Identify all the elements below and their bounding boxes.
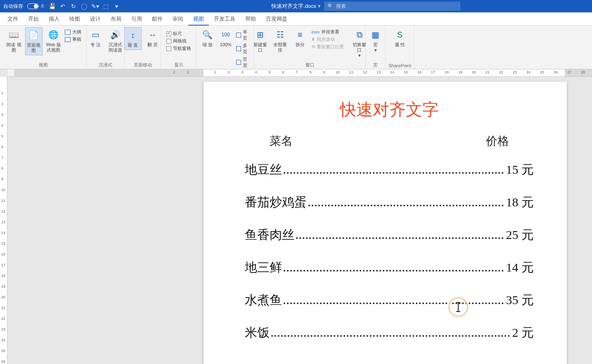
tab-绘图[interactable]: 绘图: [64, 12, 85, 26]
dish-price: 25 元: [506, 227, 534, 243]
autosave-toggle[interactable]: [27, 3, 39, 9]
touch-icon[interactable]: ⬚: [102, 3, 109, 9]
tab-开始[interactable]: 开始: [23, 12, 44, 26]
search-icon: 🔍: [327, 3, 334, 9]
tab-审阅[interactable]: 审阅: [168, 12, 188, 26]
group-label: 窗口: [305, 61, 315, 68]
dish-name: 水煮鱼: [245, 292, 282, 309]
zoom-100-button[interactable]: 100100%: [218, 27, 233, 49]
dish-price: 15 元: [506, 161, 534, 178]
document-area: 2112345678910111213141516171819202122232…: [7, 69, 592, 364]
menu-row: 鱼香肉丝 25 元: [245, 227, 534, 243]
sync-icon[interactable]: ◯: [81, 3, 88, 9]
dish-name: 地三鲜: [245, 259, 282, 276]
tab-布局[interactable]: 布局: [106, 12, 126, 26]
properties-button[interactable]: S属 性: [391, 27, 409, 49]
tab-插入[interactable]: 插入: [44, 12, 64, 26]
leader-dots: [284, 270, 504, 272]
tab-设计[interactable]: 设计: [85, 12, 106, 26]
tab-百度网盘[interactable]: 百度网盘: [261, 12, 292, 26]
undo-icon[interactable]: ↶: [59, 3, 66, 9]
vertical-button[interactable]: ↕垂 直: [124, 27, 142, 50]
draw-icon[interactable]: ✎▾: [92, 3, 98, 9]
immersive-reader-button[interactable]: 🔊沉浸式 阅读器: [107, 27, 124, 54]
dish-price: 14 元: [506, 259, 534, 276]
focus-button[interactable]: ▭专 注: [87, 27, 104, 49]
single-page-button[interactable]: 单页: [236, 29, 251, 41]
reading-view-button[interactable]: 📖阅读 视图: [5, 27, 23, 54]
ruler-check[interactable]: 标尺: [166, 31, 191, 37]
menu-row: 番茄炒鸡蛋 18 元: [245, 194, 534, 211]
sync-scroll-button: ⬍同步滚动: [311, 36, 348, 43]
print-layout-button[interactable]: 📄页面视图: [25, 27, 43, 55]
document-title: 快速对齐文字.docx ▾: [271, 2, 321, 10]
search-box[interactable]: 🔍 搜索: [324, 2, 460, 11]
grid-check[interactable]: 网格线: [166, 38, 191, 44]
dish-name: 番茄炒鸡蛋: [245, 194, 307, 211]
draft-button[interactable]: 草稿: [65, 36, 81, 43]
redo-icon[interactable]: ↻: [70, 3, 77, 9]
ribbon: 📖阅读 视图 📄页面视图 🌐Web 版式视图 大纲 草稿 视图 ▭专 注 🔊沉浸…: [0, 26, 592, 69]
group-label: 沉浸式: [99, 61, 112, 68]
zoom-button[interactable]: 🔍缩 放: [199, 27, 215, 49]
col-header-name: 菜名: [270, 133, 293, 149]
menu-row: 米饭 2 元: [245, 324, 534, 341]
dish-price: 35 元: [506, 292, 534, 309]
page[interactable]: 快速对齐文字 菜名 价格 地豆丝 15 元番茄炒鸡蛋 18 元鱼香肉丝 25 元…: [204, 82, 567, 364]
vertical-ruler[interactable]: 1234567891011121314151617181920212223242…: [0, 77, 7, 364]
ribbon-tabs: 文件开始插入绘图设计布局引用邮件审阅视图开发工具帮助百度网盘: [0, 12, 592, 26]
tab-邮件[interactable]: 邮件: [147, 12, 168, 26]
dish-name: 地豆丝: [245, 161, 282, 178]
leader-dots: [308, 205, 504, 206]
menu-row: 地豆丝 15 元: [245, 161, 534, 178]
group-label: SharePoint: [388, 62, 411, 68]
reset-window-button: ⟲重设窗口位置: [311, 44, 348, 50]
tab-文件[interactable]: 文件: [2, 12, 23, 26]
leader-dots: [284, 172, 504, 174]
col-header-price: 价格: [486, 133, 509, 149]
qat-more-icon[interactable]: ▾: [113, 3, 120, 9]
side-by-side-button[interactable]: ▭▭并排查看: [311, 29, 348, 35]
dish-name: 鱼香肉丝: [245, 227, 294, 243]
flip-button[interactable]: ↔翻 页: [144, 27, 161, 49]
doc-heading: 快速对齐文字: [245, 98, 534, 121]
web-layout-button[interactable]: 🌐Web 版式视图: [45, 27, 62, 54]
page-width-button[interactable]: 页宽: [236, 56, 251, 69]
dish-price: 18 元: [506, 194, 534, 211]
tab-视图[interactable]: 视图: [188, 12, 209, 26]
split-button[interactable]: ≡拆分: [291, 27, 309, 49]
dish-price: 2 元: [512, 324, 534, 341]
horizontal-ruler[interactable]: 2112345678910111213141516171819202122232…: [15, 69, 592, 77]
dish-name: 米饭: [245, 324, 270, 341]
macro-button[interactable]: ▦宏▾: [367, 27, 384, 54]
outline-button[interactable]: 大纲: [65, 29, 81, 35]
tab-帮助[interactable]: 帮助: [240, 12, 261, 26]
autosave-state: 关: [40, 3, 45, 9]
menu-row: 水煮鱼 35 元: [245, 292, 534, 309]
nav-check[interactable]: 导航窗格: [166, 45, 191, 52]
tab-开发工具[interactable]: 开发工具: [209, 12, 240, 26]
save-icon[interactable]: 💾: [49, 3, 55, 9]
search-placeholder: 搜索: [336, 3, 346, 10]
group-label: 视图: [39, 61, 48, 68]
leader-dots: [271, 335, 510, 337]
group-label: 宏: [373, 61, 378, 68]
arrange-all-button[interactable]: ☷全部重排: [272, 27, 289, 54]
leader-dots: [296, 237, 504, 239]
menu-row: 地三鲜 14 元: [245, 259, 534, 276]
group-label: 显示: [174, 61, 183, 68]
tab-引用[interactable]: 引用: [126, 12, 147, 26]
new-window-button[interactable]: ⊞新建窗口: [252, 27, 269, 54]
leader-dots: [284, 303, 504, 304]
autosave-label: 自动保存: [3, 3, 23, 10]
multi-page-button[interactable]: 多页: [236, 43, 251, 55]
group-label: 页面移动: [134, 61, 152, 68]
title-bar: 自动保存 关 💾 ↶ ↻ ◯ ✎▾ ⬚ ▾ 快速对齐文字.docx ▾ 🔍 搜索: [0, 0, 592, 12]
